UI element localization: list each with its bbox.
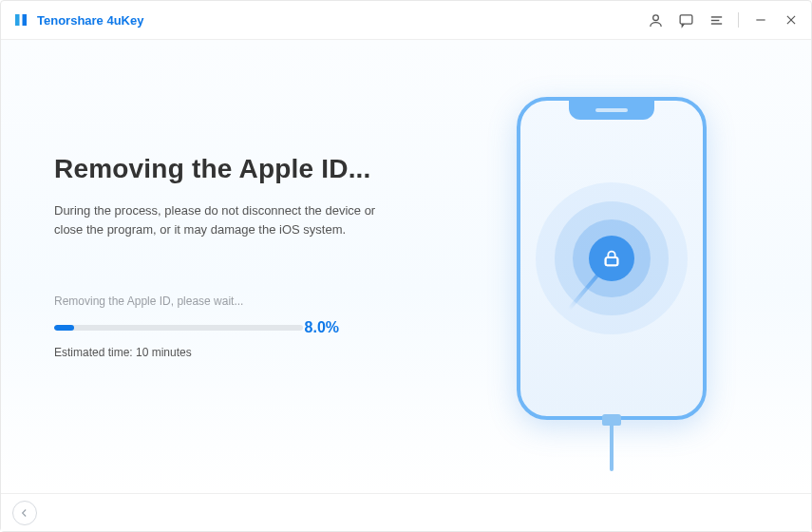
brand: Tenorshare 4uKey [12,11,143,28]
brand-name: Tenorshare 4uKey [37,13,143,28]
usb-cable-icon [583,414,640,471]
page-description: During the process, please do not discon… [54,201,377,239]
back-button[interactable] [12,501,37,525]
brand-logo-icon [12,11,29,28]
titlebar-divider [738,12,739,28]
svg-point-0 [652,14,658,20]
titlebar-controls [647,11,800,28]
progress-bar-fill [54,325,74,331]
phone-outline [517,97,707,420]
progress-bar [54,325,303,331]
progress-percent: 8.0% [305,319,339,336]
footer [1,493,811,531]
phone-notch [569,101,654,120]
instruction-block: Removing the Apple ID... During the proc… [54,154,415,239]
account-icon[interactable] [647,11,664,28]
close-button[interactable] [783,11,800,28]
feedback-icon[interactable] [677,11,694,28]
phone-illustration [517,97,716,477]
titlebar: Tenorshare 4uKey [1,1,811,39]
app-window: Tenorshare 4uKey [0,0,812,532]
svg-rect-1 [680,14,692,23]
progress-block: Removing the Apple ID, please wait... 8.… [54,294,339,359]
main-panel: Removing the Apple ID... During the proc… [1,39,811,493]
lock-icon [589,236,634,281]
minimize-button[interactable] [752,11,769,28]
svg-rect-8 [606,257,618,265]
progress-status: Removing the Apple ID, please wait... [54,294,339,308]
menu-icon[interactable] [708,11,725,28]
page-title: Removing the Apple ID... [54,154,415,184]
estimated-time: Estimated time: 10 minutes [54,346,339,359]
